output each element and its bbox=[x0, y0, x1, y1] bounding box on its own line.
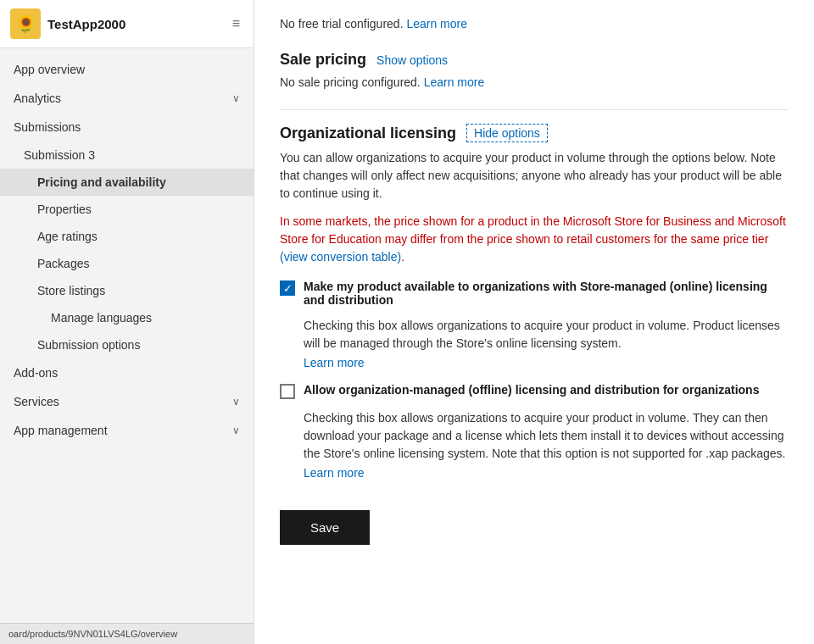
chevron-down-icon: ∨ bbox=[232, 92, 240, 104]
free-trial-text: No free trial configured. Learn more bbox=[280, 17, 789, 31]
sale-pricing-header: Sale pricing Show options bbox=[280, 51, 789, 69]
sidebar-item-pricing-availability[interactable]: Pricing and availability bbox=[0, 169, 254, 196]
org-licensing-desc: You can allow organizations to acquire y… bbox=[280, 149, 789, 203]
sidebar-item-app-overview[interactable]: App overview bbox=[0, 55, 254, 84]
sidebar-item-properties[interactable]: Properties bbox=[0, 196, 254, 223]
free-trial-section: No free trial configured. Learn more bbox=[280, 17, 789, 31]
show-options-button[interactable]: Show options bbox=[376, 53, 448, 67]
sidebar-item-packages[interactable]: Packages bbox=[0, 250, 254, 277]
collapse-icon[interactable]: ≡ bbox=[229, 13, 243, 35]
sidebar-item-label: App management bbox=[14, 424, 108, 437]
sidebar-item-label: Submission 3 bbox=[24, 148, 95, 162]
sidebar-item-label: Manage languages bbox=[51, 311, 152, 325]
main-content: No free trial configured. Learn more Sal… bbox=[254, 0, 814, 644]
no-sale-price-text: No sale pricing configured. Learn more bbox=[280, 75, 789, 89]
sidebar-item-label: Submission options bbox=[37, 338, 140, 352]
sidebar-item-label: Age ratings bbox=[37, 230, 98, 243]
chevron-down-icon: ∨ bbox=[232, 396, 240, 408]
checkbox2[interactable] bbox=[280, 384, 295, 399]
sidebar-item-label: Packages bbox=[37, 257, 89, 270]
checkbox1-label: Make my product available to organizatio… bbox=[304, 280, 789, 307]
sidebar-item-label: Services bbox=[14, 395, 59, 408]
sale-pricing-title: Sale pricing bbox=[280, 51, 366, 69]
checkbox2-label: Allow organization-managed (offline) lic… bbox=[304, 383, 759, 397]
market-note: In some markets, the price shown for a p… bbox=[280, 213, 789, 266]
conversion-table-link[interactable]: (view conversion table) bbox=[280, 250, 401, 264]
checkbox2-desc: Checking this box allows organizations t… bbox=[304, 409, 789, 463]
sidebar-item-analytics[interactable]: Analytics ∨ bbox=[0, 84, 254, 113]
checkbox2-wrapper bbox=[280, 384, 295, 399]
sidebar-item-submission-options[interactable]: Submission options bbox=[0, 331, 254, 358]
save-button[interactable]: Save bbox=[280, 510, 370, 545]
chevron-down-icon: ∨ bbox=[232, 425, 240, 436]
free-trial-learn-more-link[interactable]: Learn more bbox=[406, 17, 467, 31]
sidebar-item-label: Store listings bbox=[37, 284, 105, 297]
sidebar-item-services[interactable]: Services ∨ bbox=[0, 387, 254, 416]
sidebar-header: 🌻 TestApp2000 ≡ bbox=[0, 0, 254, 48]
checkbox1-row: ✓ Make my product available to organizat… bbox=[280, 280, 789, 307]
checkbox1-wrapper: ✓ bbox=[280, 280, 295, 296]
checkbox2-learn-more-link[interactable]: Learn more bbox=[304, 466, 789, 480]
sale-pricing-section: Sale pricing Show options No sale pricin… bbox=[280, 51, 789, 89]
section-divider bbox=[280, 109, 789, 110]
app-title: TestApp2000 bbox=[47, 17, 125, 31]
checkbox1-desc: Checking this box allows organizations t… bbox=[304, 317, 789, 353]
checkbox2-row: Allow organization-managed (offline) lic… bbox=[280, 383, 789, 399]
checkbox1-learn-more-link[interactable]: Learn more bbox=[304, 356, 789, 369]
sidebar-item-submissions[interactable]: Submissions bbox=[0, 113, 254, 142]
sidebar-item-label: Analytics bbox=[14, 92, 61, 105]
url-bar: oard/products/9NVN01LVS4LG/overview bbox=[0, 623, 254, 644]
org-licensing-title: Organizational licensing bbox=[280, 125, 456, 142]
app-logo: 🌻 bbox=[10, 8, 41, 39]
org-licensing-header: Organizational licensing Hide options bbox=[280, 124, 789, 142]
org-licensing-section: Organizational licensing Hide options Yo… bbox=[280, 124, 789, 545]
sidebar-header-left: 🌻 TestApp2000 bbox=[10, 8, 125, 39]
sidebar-item-store-listings[interactable]: Store listings bbox=[0, 277, 254, 304]
sidebar-navigation: App overview Analytics ∨ Submissions Sub… bbox=[0, 48, 254, 452]
sidebar-item-label: Properties bbox=[37, 203, 92, 216]
sidebar-item-app-management[interactable]: App management ∨ bbox=[0, 416, 254, 445]
checkbox1[interactable]: ✓ bbox=[280, 280, 295, 296]
sidebar-item-label: App overview bbox=[14, 63, 85, 76]
sidebar: 🌻 TestApp2000 ≡ App overview Analytics ∨… bbox=[0, 0, 254, 644]
sidebar-item-label: Pricing and availability bbox=[37, 175, 166, 189]
sidebar-item-add-ons[interactable]: Add-ons bbox=[0, 358, 254, 387]
sale-pricing-learn-more-link[interactable]: Learn more bbox=[424, 75, 485, 89]
sidebar-item-manage-languages[interactable]: Manage languages bbox=[0, 304, 254, 331]
sidebar-item-label: Add-ons bbox=[14, 366, 58, 380]
sidebar-item-submission-3[interactable]: Submission 3 bbox=[0, 142, 254, 169]
sidebar-item-age-ratings[interactable]: Age ratings bbox=[0, 223, 254, 250]
hide-options-button[interactable]: Hide options bbox=[466, 124, 548, 142]
sidebar-item-label: Submissions bbox=[14, 120, 81, 134]
checkmark-icon: ✓ bbox=[283, 283, 293, 294]
